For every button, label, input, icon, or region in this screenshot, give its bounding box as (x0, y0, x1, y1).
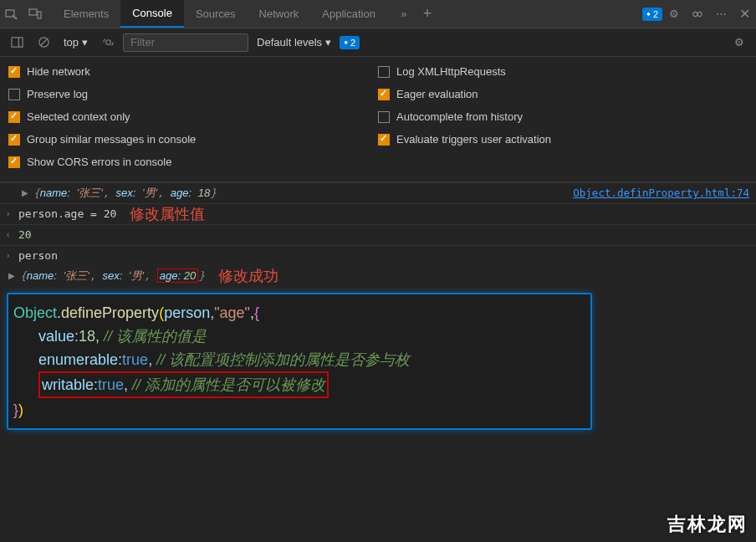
output-caret-icon: ‹ (7, 227, 18, 243)
context-selector[interactable]: top ▾ (59, 34, 93, 50)
svg-point-3 (693, 12, 697, 16)
checkbox-icon (378, 89, 390, 100)
watermark-text: 吉林龙网 (667, 512, 748, 537)
checkbox-icon (8, 134, 20, 146)
input-caret-icon: › (7, 206, 18, 222)
checkbox-icon (8, 111, 20, 123)
console-row-object[interactable]: ▶ {name: '张三', sex: '男', age: 18} Object… (0, 182, 756, 203)
chevron-down-icon: ▾ (325, 36, 331, 49)
checkbox-icon (378, 111, 390, 123)
expand-icon[interactable]: ▶ (8, 268, 20, 284)
dock-icon[interactable] (686, 3, 709, 26)
console-input-text: person (18, 248, 58, 264)
svg-rect-2 (38, 12, 41, 18)
console-toolbar: top ▾ Default levels ▾ 2 ⚙ (0, 28, 756, 57)
more-tabs-icon[interactable]: » (392, 3, 416, 26)
tab-elements[interactable]: Elements (52, 0, 120, 28)
check-log-xhr[interactable]: Log XMLHttpRequests (378, 65, 748, 78)
annotation-text: 修改成功 (218, 268, 278, 284)
inspect-icon[interactable] (0, 3, 23, 26)
svg-rect-1 (29, 9, 37, 15)
tab-network[interactable]: Network (248, 0, 311, 28)
checkbox-icon (8, 89, 20, 100)
context-label: top (64, 36, 79, 49)
code-snippet: Object.defineProperty(person,"age",{ val… (7, 293, 592, 430)
tab-list: Elements Console Sources Network Applica… (52, 0, 387, 28)
svg-point-4 (697, 12, 702, 16)
svg-line-8 (40, 39, 47, 46)
devtools-tabbar: Elements Console Sources Network Applica… (0, 0, 756, 28)
svg-point-9 (105, 40, 110, 45)
issues-badge[interactable]: 2 (642, 8, 662, 21)
settings-left-col: Hide network Preserve log Selected conte… (8, 65, 378, 168)
check-cors-errors[interactable]: Show CORS errors in console (8, 156, 378, 168)
device-icon[interactable] (23, 3, 47, 26)
annotation-text: 修改属性值 (130, 206, 205, 222)
levels-dropdown[interactable]: Default levels ▾ (252, 36, 336, 49)
settings-icon[interactable]: ⚙ (662, 3, 686, 26)
object-preview: {name: '张三', sex: '男', age: 20} (20, 268, 205, 284)
live-expression-icon[interactable] (96, 31, 120, 54)
tab-application[interactable]: Application (310, 0, 387, 28)
console-input-text: person.age = 20 (18, 206, 116, 222)
settings-right-col: Log XMLHttpRequests Eager evaluation Aut… (378, 65, 748, 168)
check-selected-context[interactable]: Selected context only (8, 110, 378, 123)
tab-sources[interactable]: Sources (184, 0, 248, 28)
console-settings-icon[interactable]: ⚙ (728, 31, 751, 54)
toolbar-issues-badge[interactable]: 2 (340, 36, 360, 49)
expand-icon[interactable]: ▶ (22, 185, 33, 202)
console-row-object[interactable]: ▶ {name: '张三', sex: '男', age: 20} 修改成功 (0, 266, 756, 286)
check-user-activation[interactable]: Evaluate triggers user activation (378, 133, 748, 146)
add-tab-icon[interactable]: + (416, 3, 439, 26)
input-caret-icon: › (7, 248, 18, 264)
tab-console[interactable]: Console (120, 0, 184, 28)
chevron-down-icon: ▾ (82, 36, 88, 49)
console-row-input[interactable]: › person (0, 245, 756, 266)
console-output-value: 20 (18, 227, 32, 243)
console-row-output: ‹ 20 (0, 224, 756, 245)
console-settings-panel: Hide network Preserve log Selected conte… (0, 57, 756, 182)
filter-input[interactable] (123, 33, 248, 52)
console-output: ▶ {name: '张三', sex: '男', age: 18} Object… (0, 182, 756, 430)
checkbox-icon (8, 156, 20, 168)
svg-rect-5 (11, 38, 22, 47)
console-row-input[interactable]: › person.age = 20 修改属性值 (0, 203, 756, 224)
sidebar-toggle-icon[interactable] (5, 31, 28, 54)
levels-label: Default levels (257, 36, 322, 49)
check-autocomplete-history[interactable]: Autocomplete from history (378, 110, 748, 123)
checkbox-icon (378, 66, 390, 78)
close-icon[interactable]: ✕ (733, 3, 756, 26)
check-group-similar[interactable]: Group similar messages in console (8, 133, 378, 146)
source-link[interactable]: Object.definProperty.html:74 (573, 185, 749, 202)
check-eager-eval[interactable]: Eager evaluation (378, 88, 748, 100)
more-menu-icon[interactable]: ⋯ (709, 3, 733, 26)
check-hide-network[interactable]: Hide network (8, 65, 378, 78)
object-preview: {name: '张三', sex: '男', age: 18} (33, 185, 217, 202)
checkbox-icon (378, 134, 390, 146)
check-preserve-log[interactable]: Preserve log (8, 88, 378, 100)
clear-console-icon[interactable] (32, 31, 55, 54)
checkbox-icon (8, 66, 20, 78)
